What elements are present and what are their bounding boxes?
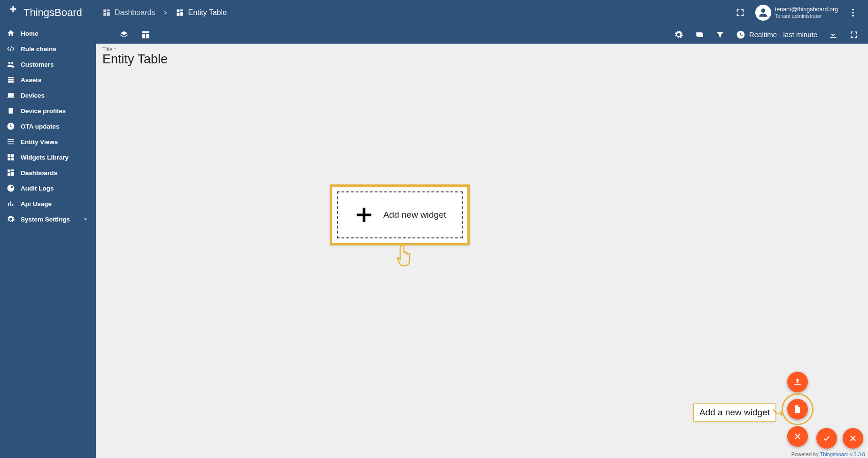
sidebar-item-label: Devices — [21, 92, 45, 99]
time-window-button[interactable]: Realtime - last minute — [731, 27, 822, 42]
sidebar-item-label: Customers — [21, 61, 54, 68]
sidebar-item-label: Widgets Library — [21, 154, 69, 161]
brand-logo-icon — [7, 5, 20, 21]
sidebar-item-audit-logs[interactable]: Audit Logs — [0, 180, 96, 196]
sidebar-item-entity-views[interactable]: Entity Views — [0, 134, 96, 149]
sidebar-item-widgets-library[interactable]: Widgets Library — [0, 149, 96, 165]
plus-icon — [353, 204, 375, 226]
sidebar-item-label: Assets — [21, 76, 41, 84]
fullscreen-button[interactable] — [731, 3, 750, 22]
sidebar-item-home[interactable]: Home — [0, 25, 96, 41]
svg-point-0 — [852, 9, 854, 11]
user-email: tenant@thingsboard.org — [775, 6, 838, 13]
svg-point-2 — [852, 15, 854, 17]
sidebar-item-rule-chains[interactable]: Rule chains — [0, 41, 96, 56]
bottom-action-fabs — [816, 428, 863, 449]
fab-tooltip: Add a new widget — [693, 403, 776, 422]
time-window-label: Realtime - last minute — [749, 31, 817, 38]
discard-changes-fab[interactable] — [843, 428, 863, 449]
sidebar-item-device-profiles[interactable]: Device profiles — [0, 103, 96, 118]
export-button[interactable] — [824, 25, 843, 44]
add-widget-label: Add new widget — [383, 210, 446, 220]
entity-aliases-button[interactable] — [690, 25, 709, 44]
sidebar-item-label: Rule chains — [21, 46, 56, 53]
sidebar-item-devices[interactable]: Devices — [0, 87, 96, 103]
fullscreen-dashboard-button[interactable] — [845, 25, 863, 44]
breadcrumb-root-label: Dashboards — [115, 8, 155, 17]
dashboard-toolbar: Realtime - last minute — [96, 25, 868, 44]
user-avatar-icon — [755, 5, 771, 21]
import-widget-fab[interactable] — [787, 372, 808, 392]
fab-column — [787, 372, 808, 447]
sidebar-item-label: Audit Logs — [21, 185, 54, 192]
main-area: Realtime - last minute Title * Entity Ta… — [96, 25, 868, 458]
sidebar-item-assets[interactable]: Assets — [0, 72, 96, 87]
add-widget-button[interactable]: Add new widget — [337, 191, 463, 238]
dashboard-title-text: Entity Table — [102, 52, 861, 67]
breadcrumb-separator: > — [163, 9, 167, 16]
add-widget-card: Add new widget — [330, 184, 470, 245]
footer-prefix: Powered by — [791, 451, 820, 457]
sidebar-item-api-usage[interactable]: Api Usage — [0, 196, 96, 211]
sidebar-item-customers[interactable]: Customers — [0, 56, 96, 72]
dashboard-title-label: Title * — [102, 46, 861, 52]
footer-link[interactable]: Thingsboard v.3.3.0 — [820, 451, 865, 457]
sidebar-item-label: Entity Views — [21, 138, 58, 145]
sidebar-item-dashboards[interactable]: Dashboards — [0, 165, 96, 180]
brand-block[interactable]: ThingsBoard — [0, 5, 96, 21]
sidebar-item-label: Api Usage — [21, 200, 52, 207]
sidebar-item-label: System Settings — [21, 216, 70, 223]
sidebar-item-label: Device profiles — [21, 107, 66, 114]
filters-button[interactable] — [711, 25, 729, 44]
layouts-button[interactable] — [136, 25, 155, 44]
settings-button[interactable] — [669, 25, 688, 44]
body-row: Home Rule chains Customers Assets Device… — [0, 25, 868, 458]
user-role: Tenant administrator — [775, 13, 838, 19]
user-menu[interactable]: tenant@thingsboard.org Tenant administra… — [752, 5, 841, 21]
sidebar-item-ota-updates[interactable]: OTA updates — [0, 118, 96, 134]
sidebar-item-system-settings[interactable]: System Settings — [0, 211, 96, 227]
fab-tooltip-text: Add a new widget — [699, 407, 770, 417]
sidebar-item-label: Dashboards — [21, 169, 57, 176]
breadcrumb-dashboards[interactable]: Dashboards — [102, 8, 155, 17]
apply-changes-fab[interactable] — [816, 428, 837, 449]
pointer-hand-icon — [395, 243, 414, 267]
svg-point-1 — [852, 12, 854, 14]
more-menu-button[interactable] — [844, 3, 862, 22]
breadcrumbs: Dashboards > Entity Table — [102, 8, 227, 17]
brand-text: ThingsBoard — [23, 7, 82, 19]
breadcrumb-current[interactable]: Entity Table — [176, 8, 226, 17]
sidebar-item-label: Home — [21, 30, 39, 37]
sidebar: Home Rule chains Customers Assets Device… — [0, 25, 96, 458]
topbar: ThingsBoard Dashboards > Entity Table te… — [0, 0, 868, 25]
footer-text: Powered by Thingsboard v.3.3.0 — [791, 451, 865, 457]
close-speed-dial-fab[interactable] — [787, 426, 808, 447]
sidebar-item-label: OTA updates — [21, 123, 60, 130]
dashboard-content: Title * Entity Table Add new widget — [96, 44, 868, 458]
breadcrumb-current-label: Entity Table — [188, 8, 226, 17]
chevron-down-icon — [82, 215, 89, 223]
create-widget-fab[interactable] — [787, 399, 808, 420]
user-text: tenant@thingsboard.org Tenant administra… — [775, 6, 838, 19]
layers-button[interactable] — [115, 25, 133, 44]
